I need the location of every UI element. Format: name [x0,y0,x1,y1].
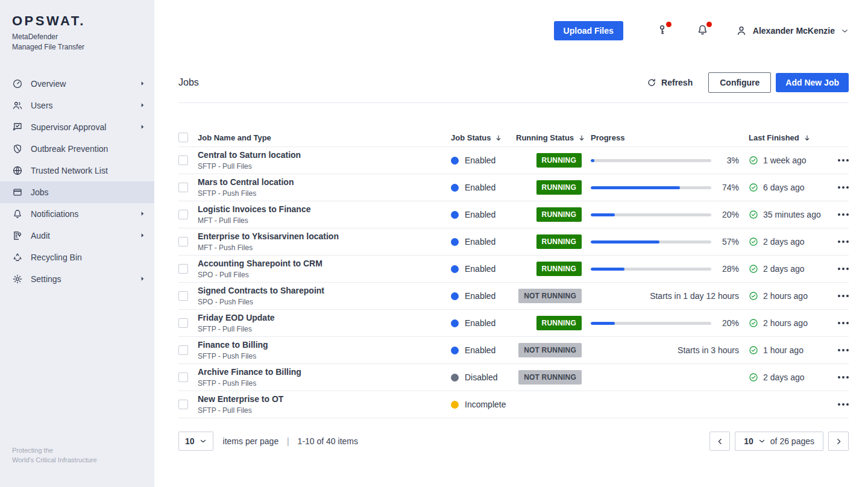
tagline-line1: Protecting the [12,446,97,456]
sidebar-item-trusted-network-list[interactable]: Trusted Network List [0,160,154,181]
last-finished-label: 2 days ago [763,372,805,382]
configure-button[interactable]: Configure [708,72,771,93]
sidebar-item-audit[interactable]: Audit [0,225,154,247]
row-checkbox[interactable] [178,264,188,274]
column-job-status[interactable]: Job Status [451,133,516,142]
job-status-label: Enabled [465,345,495,355]
prev-page-button[interactable] [709,432,730,451]
sidebar-item-supervisor-approval[interactable]: Supervisor Approval [0,116,154,138]
job-name: New Enterprise to OT [198,394,451,405]
sort-desc-icon [578,134,585,142]
row-menu-button[interactable] [838,211,849,218]
pager-separator: | [287,436,289,446]
column-progress: Progress [586,133,739,142]
row-menu-button[interactable] [838,374,849,381]
user-menu[interactable]: Alexander McKenzie [735,25,849,37]
next-page-button[interactable] [828,432,849,451]
column-running-status[interactable]: Running Status [516,133,586,142]
row-checkbox[interactable] [178,372,188,382]
table-row[interactable]: Signed Contracts to SharepointSPO - Push… [178,283,849,310]
sidebar-item-jobs[interactable]: Jobs [0,181,154,203]
job-name: Central to Saturn location [198,150,451,161]
license-key-button[interactable] [656,24,668,39]
sidebar-item-label: Trusted Network List [31,166,108,175]
row-menu-button[interactable] [838,347,849,354]
row-checkbox[interactable] [178,237,188,247]
sidebar-item-label: Outbreak Prevention [31,144,108,154]
job-status-label: Enabled [465,318,495,328]
select-all-checkbox[interactable] [178,133,188,142]
running-status-badge: NOT RUNNING [518,289,582,303]
bell-icon [12,209,23,219]
top-header: Upload Files Alexander McKenzie [178,0,849,40]
row-menu-button[interactable] [838,238,849,245]
refresh-button[interactable]: Refresh [647,78,693,87]
row-checkbox[interactable] [178,156,188,165]
progress-percent: 57% [716,237,739,247]
add-new-job-button[interactable]: Add New Job [776,73,849,92]
status-dot [451,157,459,165]
globe-icon [12,165,23,176]
table-row[interactable]: Enterprise to Yksisarvinen locationMFT -… [178,228,849,256]
table-row[interactable]: Friday EOD UpdateSFTP - Pull FilesEnable… [178,310,849,337]
row-checkbox[interactable] [178,183,188,192]
row-menu-button[interactable] [838,401,849,408]
job-type: SFTP - Pull Files [198,325,451,333]
row-menu-button[interactable] [838,292,849,300]
running-status-badge: RUNNING [536,262,582,276]
notifications-button[interactable] [696,24,709,39]
table-row[interactable]: Archive Finance to BillingSFTP - Push Fi… [178,364,849,391]
sidebar-item-outbreak-prevention[interactable]: Outbreak Prevention [0,138,154,160]
total-pages-label: of 26 pages [770,436,814,446]
starts-in-label: Starts in 3 hours [678,345,739,355]
row-menu-button[interactable] [838,184,849,191]
sidebar-item-label: Settings [31,274,61,284]
refresh-icon [647,78,656,87]
row-menu-button[interactable] [838,265,849,272]
row-menu-button[interactable] [838,319,849,327]
gauge-icon [12,78,23,89]
table-row[interactable]: Finance to BillingSFTP - Push FilesEnabl… [178,337,849,364]
row-checkbox[interactable] [178,400,188,409]
table-row[interactable]: Mars to Central locationSFTP - Push File… [178,174,849,201]
progress-bar [591,213,711,216]
table-body: Central to Saturn locationSFTP - Pull Fi… [178,147,849,418]
row-checkbox[interactable] [178,210,188,219]
job-status-label: Enabled [465,237,495,247]
last-finished-label: 6 days ago [763,183,805,192]
sidebar-item-overview[interactable]: Overview [0,73,154,95]
opswat-logo: OPSWAT. [12,13,142,29]
page-number-select[interactable]: 10 of 26 pages [735,432,823,451]
table-row[interactable]: Accounting Sharepoint to CRMSPO - Pull F… [178,256,849,283]
product-subname: Managed File Transfer [12,42,142,52]
job-status-label: Disabled [465,372,497,382]
pagination: 10 items per page | 1-10 of 40 items 10 … [178,432,849,451]
running-status-badge: RUNNING [536,153,582,168]
table-row[interactable]: Logistic Invoices to FinanceMFT - Pull F… [178,201,849,228]
row-checkbox[interactable] [178,291,188,301]
sidebar-item-settings[interactable]: Settings [0,268,154,290]
row-checkbox[interactable] [178,345,188,355]
page-size-select[interactable]: 10 [178,432,213,451]
check-circle-icon [749,345,758,355]
last-finished-label: 2 days ago [763,237,805,247]
user-name: Alexander McKenzie [753,26,835,36]
sidebar-item-notifications[interactable]: Notificiations [0,203,154,225]
row-checkbox[interactable] [178,318,188,328]
sidebar-item-label: Notificiations [31,209,78,219]
table-row[interactable]: New Enterprise to OTSFTP - Pull FilesInc… [178,391,849,418]
row-menu-button[interactable] [838,157,849,164]
upload-files-button[interactable]: Upload Files [554,21,623,40]
sidebar-item-users[interactable]: Users [0,95,154,116]
last-finished-label: 1 hour ago [763,345,804,355]
sidebar-item-recycling-bin[interactable]: Recycling Bin [0,247,154,268]
column-job-name[interactable]: Job Name and Type [198,133,451,142]
table-row[interactable]: Central to Saturn locationSFTP - Pull Fi… [178,147,849,174]
main-content: Upload Files Alexander McKenzie Jobs Ref… [154,0,868,487]
status-dot [451,265,459,273]
chevron-right-icon [139,232,146,239]
column-last-finished[interactable]: Last Finished [739,133,827,142]
last-finished-label: 2 hours ago [763,318,808,328]
running-status-badge: RUNNING [536,207,582,222]
job-type: SFTP - Push Files [198,352,451,360]
